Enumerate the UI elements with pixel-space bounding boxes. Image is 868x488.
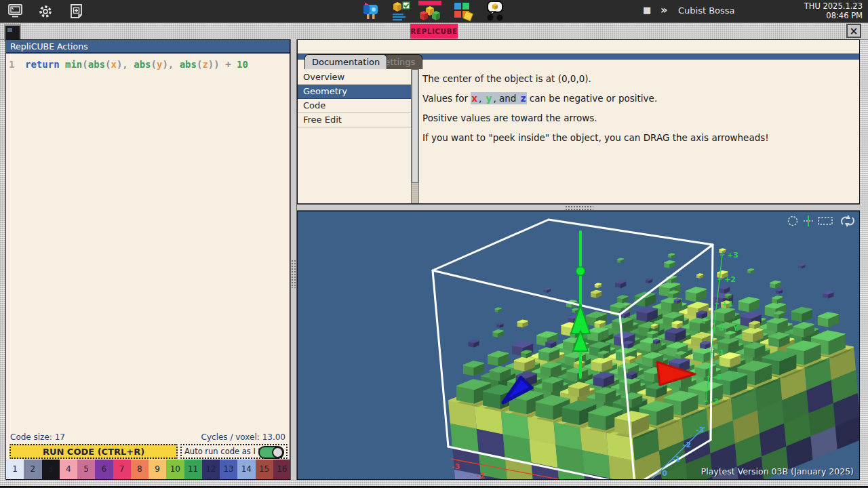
docs-text: , and bbox=[492, 92, 519, 104]
docs-nav-list: OverviewGeometryCodeFree Edit bbox=[298, 70, 411, 203]
tab-documentation[interactable]: Documentation bbox=[304, 54, 387, 69]
stop-button[interactable]: ■ bbox=[643, 5, 651, 15]
autorun-container: Auto run code as I type bbox=[180, 444, 288, 459]
axis-chip-x: x bbox=[471, 92, 478, 104]
palette-swatch-2[interactable]: 2 bbox=[24, 460, 41, 479]
palette-swatch-4[interactable]: 4 bbox=[60, 460, 77, 479]
y-axis-arrowhead[interactable] bbox=[576, 267, 585, 276]
palette-swatch-13[interactable]: 13 bbox=[220, 460, 237, 479]
docs-panel: Documentation Settings OverviewGeometryC… bbox=[297, 39, 860, 204]
docs-text: The center of the object is at (0,0,0). bbox=[422, 73, 591, 84]
palette-swatch-12[interactable]: 12 bbox=[202, 460, 220, 479]
docs-text: Values for bbox=[422, 93, 471, 104]
code-token: abs bbox=[88, 59, 105, 70]
code-line[interactable]: return min(abs(x), abs(y), abs(z)) + 10 bbox=[25, 59, 248, 70]
mailbox-icon[interactable] bbox=[358, 1, 382, 22]
run-code-button[interactable]: RUN CODE (CTRL+R) bbox=[9, 444, 178, 459]
settings-gear-icon[interactable] bbox=[37, 3, 54, 20]
new-document-icon[interactable] bbox=[68, 3, 85, 20]
editor-panel-title: RepliCUBE Actions bbox=[6, 40, 290, 54]
docs-scrollbar[interactable] bbox=[411, 69, 419, 203]
window-app-icon[interactable] bbox=[4, 24, 21, 41]
vertical-splitter[interactable] bbox=[290, 39, 297, 480]
code-token: z bbox=[202, 59, 208, 70]
palette-swatch-14[interactable]: 14 bbox=[237, 460, 255, 479]
code-token: ) bbox=[162, 59, 167, 70]
clock-date: THU 2025.1.23 bbox=[804, 2, 863, 12]
task-cubes-icon[interactable] bbox=[388, 1, 412, 22]
palette-swatch-8[interactable]: 8 bbox=[131, 460, 149, 479]
skip-button[interactable]: » bbox=[660, 3, 667, 16]
code-token: x bbox=[111, 59, 116, 70]
code-token: , bbox=[168, 59, 180, 70]
palette-swatch-number: 1 bbox=[6, 464, 24, 474]
editor-status-row: Code size: 17 Cycles / voxel: 13.00 bbox=[6, 431, 290, 443]
horizontal-splitter[interactable] bbox=[297, 204, 860, 211]
track-title: Cubist Bossa bbox=[678, 5, 735, 16]
selection-circle-icon[interactable] bbox=[789, 217, 797, 226]
docs-nav-overview[interactable]: Overview bbox=[298, 70, 411, 85]
palette-swatch-number: 13 bbox=[220, 464, 237, 474]
docs-content: The center of the object is at (0,0,0).V… bbox=[422, 73, 850, 202]
palette-swatch-10[interactable]: 10 bbox=[166, 460, 184, 479]
window-title-badge: REPLICUBE bbox=[410, 24, 458, 39]
screen: ■ » Cubist Bossa THU 2025.1.23 08:46 PM … bbox=[0, 0, 868, 488]
palette-swatch-number: 4 bbox=[60, 464, 77, 474]
code-size-label: Code size: 17 bbox=[10, 432, 65, 442]
axis-chip-y: y bbox=[486, 92, 493, 104]
docs-paragraph: If you want to "peek inside" the object,… bbox=[422, 132, 850, 143]
code-token: ( bbox=[82, 59, 87, 70]
palette-swatch-11[interactable]: 11 bbox=[184, 460, 202, 479]
svg-text:0: 0 bbox=[662, 469, 667, 478]
palette-swatch-number: 11 bbox=[184, 464, 202, 474]
palette-swatch-5[interactable]: 5 bbox=[77, 460, 95, 479]
docs-nav-geometry[interactable]: Geometry bbox=[298, 85, 411, 99]
docs-nav-free-edit[interactable]: Free Edit bbox=[298, 113, 411, 127]
palette-swatch-3[interactable]: 3 bbox=[42, 460, 60, 479]
svg-text:+1: +1 bbox=[722, 300, 733, 308]
viewport-toolbar bbox=[786, 214, 856, 228]
system-bar: ■ » Cubist Bossa THU 2025.1.23 08:46 PM bbox=[0, 0, 868, 22]
chat-cube-icon[interactable] bbox=[483, 1, 507, 22]
palette-swatch-9[interactable]: 9 bbox=[149, 460, 166, 479]
rotate-view-icon[interactable] bbox=[842, 215, 854, 227]
viewport-3d[interactable]: +3+2+10Y-1-2-3-3-2-3-2-10 Playtest Versi… bbox=[297, 211, 860, 480]
docs-body: OverviewGeometryCodeFree Edit The center… bbox=[298, 69, 859, 203]
code-token: , bbox=[122, 59, 134, 70]
docs-text: If you want to "peek inside" the object,… bbox=[422, 132, 769, 143]
docs-paragraph: The center of the object is at (0,0,0). bbox=[422, 73, 850, 84]
code-editor[interactable]: 1 return min(abs(x), abs(y), abs(z)) + 1… bbox=[6, 55, 290, 431]
close-button[interactable]: × bbox=[846, 24, 861, 38]
computer-icon[interactable] bbox=[7, 3, 24, 20]
selection-box-icon[interactable] bbox=[818, 218, 832, 224]
docs-scrollbar-handle[interactable] bbox=[412, 69, 418, 183]
svg-text:-2: -2 bbox=[477, 472, 485, 480]
clock: THU 2025.1.23 08:46 PM bbox=[804, 2, 863, 20]
palette-swatch-number: 15 bbox=[256, 464, 273, 474]
autorun-toggle[interactable] bbox=[258, 446, 284, 459]
docs-nav-code[interactable]: Code bbox=[298, 99, 411, 113]
svg-text:-3: -3 bbox=[696, 426, 704, 434]
code-token: ( bbox=[151, 59, 157, 70]
palette-swatch-16[interactable]: 16 bbox=[273, 460, 291, 479]
vertical-splitter-grip[interactable] bbox=[291, 260, 296, 288]
axis-marker-icon[interactable] bbox=[804, 216, 813, 226]
voxel-scene: +3+2+10Y-1-2-3-3-2-3-2-10 bbox=[298, 211, 860, 480]
palette-swatch-6[interactable]: 6 bbox=[95, 460, 113, 479]
svg-text:+3: +3 bbox=[727, 251, 738, 260]
palette-swatch-7[interactable]: 7 bbox=[113, 460, 131, 479]
color-palette: 12345678910111213141516 bbox=[6, 460, 291, 479]
palette-swatch-number: 3 bbox=[42, 464, 60, 474]
svg-text:-2: -2 bbox=[683, 441, 691, 449]
svg-text:+2: +2 bbox=[724, 275, 736, 284]
palette-swatch-1[interactable]: 1 bbox=[6, 460, 24, 479]
svg-text:-3: -3 bbox=[711, 397, 719, 406]
horizontal-splitter-grip[interactable] bbox=[565, 205, 593, 211]
replicube-icon[interactable] bbox=[418, 1, 442, 22]
palette-swatch-number: 7 bbox=[113, 464, 131, 474]
palette-swatch-number: 9 bbox=[149, 464, 166, 474]
palette-swatch-number: 6 bbox=[95, 464, 113, 474]
palette-swatch-15[interactable]: 15 bbox=[256, 460, 273, 479]
palette-swatch-number: 12 bbox=[202, 464, 220, 474]
color-grid-icon[interactable] bbox=[450, 1, 475, 22]
